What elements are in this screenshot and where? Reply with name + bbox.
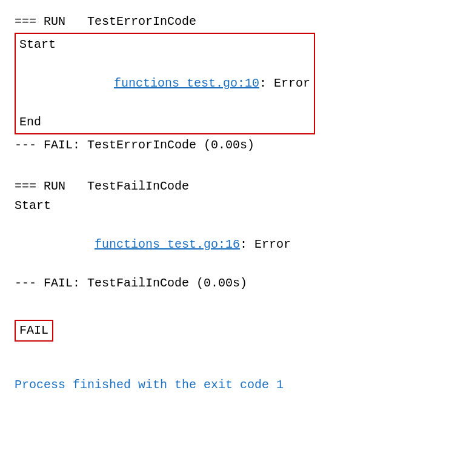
fail-badge-container: FAIL: [15, 320, 460, 342]
process-finished-line: Process finished with the exit code 1: [15, 375, 460, 395]
start-label-2: Start: [15, 196, 460, 216]
terminal-output: === RUN TestErrorInCode Start functions_…: [15, 12, 460, 395]
fail-line-1: --- FAIL: TestErrorInCode (0.00s): [15, 136, 460, 155]
error-label-2: : Error: [240, 237, 291, 251]
section-error-in-code: === RUN TestErrorInCode Start functions_…: [15, 12, 460, 155]
link-line-2: functions_test.go:16: Error: [15, 216, 460, 274]
indent-spacer-2: [58, 235, 95, 254]
run-line-1: === RUN TestErrorInCode: [15, 12, 460, 31]
bordered-block-1: Start functions_test.go:10: Error End: [15, 33, 315, 134]
end-label-1: End: [19, 113, 310, 132]
link-line-1: functions_test.go:10: Error: [19, 55, 310, 113]
error-label-1: : Error: [259, 76, 310, 90]
file-link-1[interactable]: functions_test.go:10: [114, 76, 259, 90]
section-fail-in-code: === RUN TestFailInCode Start functions_t…: [15, 177, 460, 293]
run-line-2: === RUN TestFailInCode: [15, 177, 460, 196]
fail-line-2: --- FAIL: TestFailInCode (0.00s): [15, 274, 460, 293]
indent-spacer-1: [78, 74, 114, 93]
fail-badge: FAIL: [15, 320, 53, 342]
file-link-2[interactable]: functions_test.go:16: [95, 237, 240, 251]
start-label-1: Start: [19, 35, 310, 55]
